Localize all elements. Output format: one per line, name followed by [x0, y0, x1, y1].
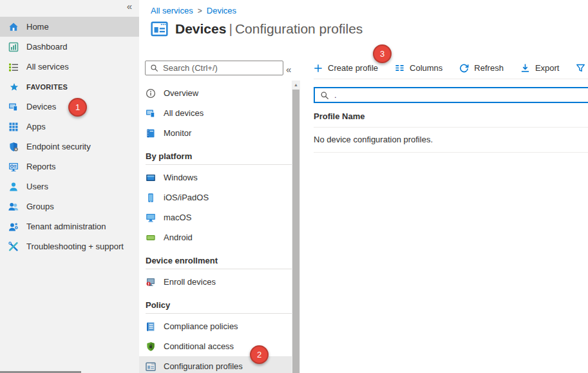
- sidebar-item-dashboard[interactable]: Dashboard: [0, 37, 139, 57]
- sidebar-nav: Home Dashboard All services FAVORITES De…: [0, 17, 139, 256]
- blade-item-conditional-access[interactable]: Conditional access: [139, 336, 292, 356]
- create-profile-button[interactable]: Create profile: [314, 63, 378, 73]
- enroll-devices-icon: [146, 277, 156, 287]
- blade-item-overview[interactable]: Overview: [139, 83, 292, 103]
- refresh-button[interactable]: Refresh: [459, 63, 504, 73]
- sidebar-item-apps[interactable]: Apps: [0, 117, 139, 137]
- blade-scrollbar[interactable]: ▲: [292, 81, 300, 373]
- sidebar-item-label: Apps: [26, 122, 46, 131]
- blade-item-label: All devices: [164, 108, 204, 118]
- home-icon: [8, 22, 19, 32]
- blade-item-windows[interactable]: Windows: [139, 167, 292, 187]
- tenant-admin-icon: [8, 222, 19, 232]
- shield-gear-icon: [8, 142, 19, 152]
- scrollbar-thumb[interactable]: [292, 90, 299, 373]
- sidebar-item-troubleshooting[interactable]: Troubleshooting + support: [0, 236, 139, 256]
- devices-icon: [8, 102, 19, 112]
- sidebar-item-tenant-administration[interactable]: Tenant administration: [0, 216, 139, 236]
- blade-item-label: Monitor: [164, 128, 191, 138]
- blade-item-configuration-profiles[interactable]: Configuration profiles: [139, 356, 292, 373]
- scrollbar-up-arrow-icon[interactable]: ▲: [292, 81, 300, 89]
- blade-item-macos[interactable]: macOS: [139, 207, 292, 227]
- blade-item-ios-ipados[interactable]: iOS/iPadOS: [139, 187, 292, 207]
- monitor-notebook-icon: [146, 128, 156, 139]
- blade-section-divider: [146, 269, 292, 269]
- blade-item-label: Windows: [164, 173, 198, 182]
- page-title-separator: |: [226, 21, 234, 36]
- page-title-row: Devices|Configuration profiles: [151, 20, 588, 37]
- export-button[interactable]: Export: [520, 63, 560, 73]
- dashboard-icon: [8, 42, 19, 52]
- command-bar: Create profile Columns Refresh Export Fi…: [314, 57, 588, 79]
- conditional-access-icon: [146, 341, 156, 352]
- blade-search-input[interactable]: [163, 63, 278, 73]
- export-download-icon: [520, 63, 530, 73]
- columns-button[interactable]: Columns: [395, 63, 442, 73]
- sidebar-item-label: Devices: [26, 102, 56, 111]
- sidebar-item-label: All services: [26, 62, 69, 72]
- step-badge-1: 1: [68, 98, 87, 117]
- refresh-label: Refresh: [474, 63, 504, 73]
- apps-icon: [8, 122, 19, 132]
- all-devices-icon: [146, 108, 156, 119]
- blade-item-label: Enroll devices: [164, 277, 216, 287]
- blade-search-box[interactable]: [145, 61, 283, 75]
- plus-icon: [314, 64, 323, 73]
- configuration-profiles-icon: [146, 361, 156, 372]
- page-title: Devices|Configuration profiles: [175, 21, 363, 37]
- search-icon: [150, 64, 158, 72]
- sidebar-item-all-services[interactable]: All services: [0, 57, 139, 77]
- blade-item-all-devices[interactable]: All devices: [139, 103, 292, 123]
- sidebar-item-label: Users: [26, 182, 48, 191]
- sidebar-favorites-label: FAVORITES: [26, 83, 68, 91]
- blade-item-enroll-devices[interactable]: Enroll devices: [139, 272, 292, 292]
- breadcrumb-devices-link[interactable]: Devices: [207, 6, 236, 15]
- step-badge-2: 2: [250, 345, 269, 364]
- table-column-profile-name[interactable]: Profile Name: [314, 111, 588, 128]
- blade-item-label: macOS: [164, 213, 191, 222]
- sidebar-item-label: Reports: [26, 162, 56, 171]
- blade-item-compliance-policies[interactable]: Compliance policies: [139, 316, 292, 336]
- troubleshooting-icon: [8, 242, 19, 252]
- blade-item-label: Overview: [164, 88, 198, 98]
- filter-button[interactable]: Filter: [576, 63, 588, 73]
- blade-section-header-by-platform: By platform: [146, 149, 303, 163]
- sidebar-collapse-icon[interactable]: «: [127, 1, 132, 12]
- breadcrumb-separator: >: [193, 6, 207, 15]
- sidebar-item-home[interactable]: Home: [0, 17, 139, 37]
- content-panel: Create profile Columns Refresh Export Fi…: [303, 55, 588, 373]
- blade-section-divider: [146, 164, 292, 165]
- android-icon: [146, 233, 156, 243]
- blade-item-android[interactable]: Android: [139, 227, 292, 247]
- blade-section-header-policy: Policy: [146, 298, 303, 312]
- blade-menu-list: Overview All devices Monitor By platform…: [139, 83, 303, 373]
- sidebar-item-reports[interactable]: Reports: [0, 157, 139, 177]
- sidebar-item-label: Endpoint security: [26, 142, 91, 151]
- sidebar-item-label: Groups: [26, 202, 54, 211]
- iphone-icon: [146, 193, 156, 203]
- step-badge-3: 3: [373, 44, 392, 63]
- windows-icon: [146, 173, 156, 183]
- main-region: All services>Devices Devices|Configurati…: [139, 0, 588, 373]
- blade-menu: « Overview All devices Monitor By platfo…: [139, 55, 303, 373]
- create-profile-label: Create profile: [328, 63, 378, 73]
- blade-collapse-icon[interactable]: «: [286, 64, 291, 75]
- breadcrumb-all-services-link[interactable]: All services: [151, 6, 193, 15]
- blade-item-label: Android: [164, 233, 193, 242]
- breadcrumb: All services>Devices: [139, 0, 588, 15]
- blade-item-monitor[interactable]: Monitor: [139, 123, 292, 143]
- blade-item-label: Conditional access: [164, 341, 234, 351]
- portal-sidebar: « Home Dashboard All services FAVORITES …: [0, 0, 139, 373]
- sidebar-item-users[interactable]: Users: [0, 177, 139, 196]
- page-title-primary: Devices: [175, 21, 226, 36]
- sidebar-item-groups[interactable]: Groups: [0, 196, 139, 216]
- reports-icon: [8, 162, 19, 172]
- profiles-search-box[interactable]: [314, 87, 588, 103]
- blade-item-label: Compliance policies: [164, 321, 238, 331]
- groups-icon: [8, 202, 19, 212]
- blade-item-label: iOS/iPadOS: [164, 193, 209, 202]
- profiles-search-input[interactable]: [334, 90, 588, 100]
- blade-item-label: Configuration profiles: [164, 361, 243, 371]
- sidebar-item-endpoint-security[interactable]: Endpoint security: [0, 137, 139, 157]
- search-icon: [320, 91, 329, 100]
